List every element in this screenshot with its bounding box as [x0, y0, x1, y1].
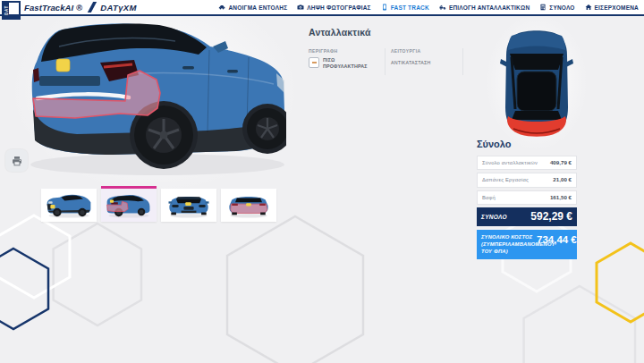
nav-label: ΑΝΟΙΓΜΑ ΕΝΤΟΛΗΣ — [228, 4, 287, 11]
view-thumbnails — [41, 189, 276, 222]
thumbnail-front-left-view[interactable] — [41, 189, 97, 222]
thumb-rear-left-illustration — [104, 192, 154, 219]
total-row-paint: Βαφή 161,50 € — [477, 190, 577, 205]
nav-menu: ΑΝΟΙΓΜΑ ΕΝΤΟΛΗΣ ΛΗΨΗ ΦΩΤΟΓΡΑΦΙΑΣ FAST TR… — [218, 4, 639, 11]
product-title: DATγXM — [100, 3, 137, 13]
total-icon — [539, 4, 547, 11]
nav-item-total[interactable]: ΣΥΝΟΛΟ — [539, 4, 574, 11]
car-icon — [218, 4, 225, 11]
nav-item-select-parts[interactable]: ΕΠΙΛΟΓΗ ΑΝΤΑΛΛΑΚΤΙΚΩΝ — [439, 4, 530, 11]
nav-item-take-photo[interactable]: ΛΗΨΗ ΦΩΤΟΓΡΑΦΙΑΣ — [297, 4, 370, 11]
thumb-front-illustration — [164, 192, 214, 219]
thumb-front-left-illustration — [44, 192, 94, 219]
subtotal-bar: ΣΥΝΟΛΟ 592,29 € — [477, 207, 577, 226]
parts-title: Ανταλλακτικά — [309, 27, 465, 38]
total-row-label: Σύνολο ανταλλακτικών — [482, 159, 539, 166]
grand-total-bar: ΣΥΝΟΛΙΚΟ ΚΟΣΤΟΣ (ΣΥΜΠΕΡΙΛΑΜΒΑΝΟΜΕΝΟΥ ΤΟΥ… — [477, 230, 577, 258]
column-header-operation: ΛΕΙΤΟΥΡΓΙΑ — [391, 48, 420, 54]
print-button[interactable] — [5, 149, 28, 172]
vehicle-top-view — [494, 21, 580, 143]
grand-total-label: ΣΥΝΟΛΙΚΟ ΚΟΣΤΟΣ (ΣΥΜΠΕΡΙΛΑΜΒΑΝΟΜΕΝΟΥ ΤΟΥ… — [481, 233, 537, 255]
part-checkbox[interactable] — [309, 57, 319, 68]
total-row-label: Δαπάνες Εργασίας — [482, 176, 539, 183]
total-row-value: 21,00 € — [553, 176, 572, 182]
part-description: ΠΙΣΩ ΠΡΟΦΥΛΑΚΤΗΡΑΣ — [323, 57, 369, 70]
subtotal-value: 592,29 € — [530, 210, 572, 223]
printer-icon — [12, 156, 22, 166]
dat-logo-text: DAT — [4, 5, 9, 14]
column-divider — [385, 48, 386, 75]
brand-title: FastTrackAI ® — [24, 3, 82, 13]
panel-divider — [462, 48, 463, 75]
nav-label: ΕΠΙΛΟΓΗ ΑΝΤΑΛΛΑΚΤΙΚΩΝ — [449, 4, 530, 11]
thumbnail-rear-view[interactable] — [221, 189, 276, 222]
damage-marker[interactable] — [56, 59, 70, 72]
subtotal-label: ΣΥΝΟΛΟ — [481, 214, 507, 220]
brand-divider — [88, 2, 97, 13]
part-operation: ΑΝΤΙΚΑΤΑΣΤΑΣΗ — [391, 60, 430, 65]
camera-icon — [297, 4, 304, 11]
parts-panel: Ανταλλακτικά ΠΕΡΙΓΡΑΦΗ ΛΕΙΤΟΥΡΓΙΑ ΠΙΣΩ Π… — [309, 27, 465, 70]
nav-item-open-order[interactable]: ΑΝΟΙΓΜΑ ΕΝΤΟΛΗΣ — [218, 4, 287, 11]
mobile-icon — [381, 4, 388, 11]
total-row-labour: Δαπάνες Εργασίας 21,00 € — [477, 173, 577, 187]
total-row-value: 161,50 € — [550, 194, 572, 200]
totals-title: Σύνολο — [477, 139, 577, 149]
total-row-parts: Σύνολο ανταλλακτικών 409,79 € — [477, 156, 577, 170]
main-vehicle-image[interactable] — [23, 20, 286, 181]
nav-label: ΣΥΝΟΛΟ — [549, 4, 574, 11]
thumbnail-front-view[interactable] — [161, 189, 216, 222]
top-navbar: DAT FastTrackAI ® DATγXM ΑΝΟΙΓΜΑ ΕΝΤΟΛΗΣ… — [0, 0, 644, 16]
nav-item-fast-track[interactable]: FAST TRACK — [381, 4, 429, 11]
totals-panel: Σύνολο Σύνολο ανταλλακτικών 409,79 € Δαπ… — [477, 139, 577, 259]
nav-label: FAST TRACK — [391, 4, 429, 11]
thumb-rear-illustration — [224, 192, 274, 219]
column-header-description: ΠΕΡΙΓΡΑΦΗ — [309, 48, 391, 54]
dat-logo: DAT — [2, 1, 21, 20]
home-icon — [585, 4, 592, 11]
total-row-label: Βαφή — [482, 194, 539, 201]
parts-icon — [439, 4, 446, 11]
nav-label: ΛΗΨΗ ΦΩΤΟΓΡΑΦΙΑΣ — [307, 4, 370, 11]
nav-label: ΕΙΣΕΡΧΟΜΕΝΑ — [595, 4, 639, 11]
fasttrack-app: DAT FastTrackAI ® DATγXM ΑΝΟΙΓΜΑ ΕΝΤΟΛΗΣ… — [0, 0, 644, 363]
vehicle-rear-left-illustration — [23, 20, 286, 181]
nav-item-inbox[interactable]: ΕΙΣΕΡΧΟΜΕΝΑ — [585, 4, 639, 11]
thumbnail-rear-left-view[interactable] — [101, 186, 157, 222]
part-row: ΠΙΣΩ ΠΡΟΦΥΛΑΚΤΗΡΑΣ ΑΝΤΙΚΑΤΑΣΤΑΣΗ — [309, 57, 465, 70]
grand-total-value: 734,44 € — [537, 234, 577, 245]
total-row-value: 409,79 € — [550, 159, 572, 165]
vehicle-top-view-illustration — [494, 21, 580, 143]
